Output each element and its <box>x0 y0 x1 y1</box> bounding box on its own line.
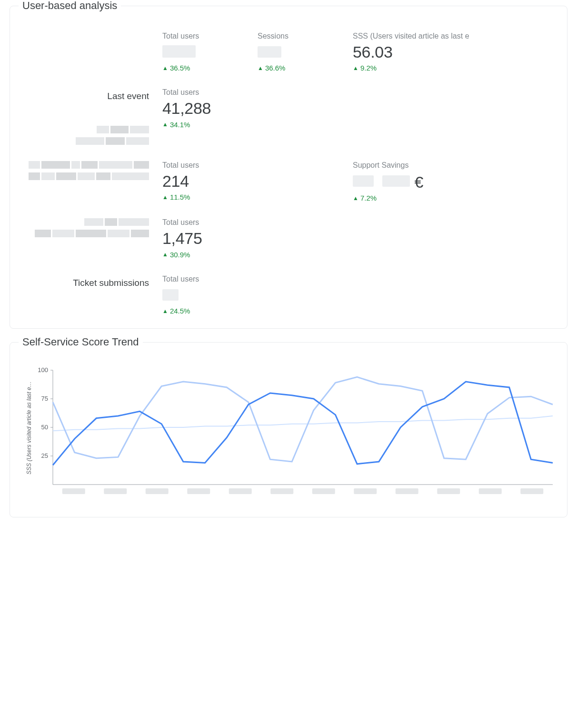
svg-text:100: 100 <box>38 366 48 374</box>
metric-value: 41,288 <box>162 100 258 117</box>
delta-value: 11.5% <box>170 193 190 201</box>
delta-value: 34.1% <box>170 121 190 129</box>
metric-value: 1,475 <box>162 230 258 247</box>
delta-value: 36.5% <box>170 64 190 72</box>
redacted-row-label <box>20 218 162 237</box>
metric-sss: SSS (Users visited article as last e 56.… <box>353 32 557 72</box>
card-title: User-based analysis <box>19 0 121 11</box>
metric-ticket-users: Total users ▲24.5% <box>162 275 258 315</box>
metric-label: SSS (Users visited article as last e <box>353 32 557 40</box>
y-axis-label: SSS (Users visited article as last e… <box>26 375 32 480</box>
metric-label: Total users <box>162 161 258 170</box>
delta-value: 36.6% <box>265 64 286 72</box>
metric-delta: ▲11.5% <box>162 193 258 201</box>
currency-symbol: € <box>414 173 423 191</box>
svg-rect-11 <box>104 488 127 494</box>
metric-sessions: Sessions ▲36.6% <box>258 32 353 72</box>
svg-text:25: 25 <box>41 452 48 459</box>
svg-rect-21 <box>520 488 543 494</box>
metric-delta: ▲34.1% <box>162 121 258 129</box>
arrow-up-icon: ▲ <box>162 65 168 71</box>
user-based-analysis-card: User-based analysis Total users ▲36.5% S… <box>10 6 567 329</box>
metric-label: Support Savings <box>353 161 557 170</box>
metric-value-redacted <box>162 286 258 304</box>
redacted-row-label <box>20 161 162 180</box>
arrow-up-icon: ▲ <box>162 308 168 314</box>
metric-label: Total users <box>162 275 258 283</box>
arrow-up-icon: ▲ <box>162 194 168 201</box>
delta-value: 9.2% <box>360 64 377 72</box>
svg-rect-12 <box>146 488 169 494</box>
card-title: Self-Service Score Trend <box>19 336 143 348</box>
svg-rect-16 <box>312 488 335 494</box>
arrow-up-icon: ▲ <box>162 251 168 258</box>
delta-value: 30.9% <box>170 251 190 259</box>
metric-214-users: Total users 214 ▲11.5% <box>162 161 258 201</box>
chart-area: SSS (Users visited article as last e… 25… <box>10 352 567 504</box>
metric-value-redacted: € <box>353 172 557 192</box>
metric-label: Total users <box>162 218 258 227</box>
delta-value: 7.2% <box>360 194 377 202</box>
arrow-up-icon: ▲ <box>353 65 358 71</box>
row-label-ticket-submissions: Ticket submissions <box>20 275 162 288</box>
svg-rect-13 <box>187 488 210 494</box>
svg-rect-20 <box>479 488 502 494</box>
metric-total-users: Total users ▲36.5% <box>162 32 258 72</box>
svg-rect-10 <box>62 488 85 494</box>
metric-last-event-users: Total users 41,288 ▲34.1% <box>162 88 258 128</box>
metric-delta: ▲24.5% <box>162 307 258 315</box>
svg-rect-17 <box>354 488 377 494</box>
svg-rect-15 <box>270 488 293 494</box>
metric-value: 56.03 <box>353 43 557 61</box>
row-label-last-event: Last event <box>20 88 162 101</box>
metric-delta: ▲36.5% <box>162 64 258 72</box>
arrow-up-icon: ▲ <box>258 65 263 71</box>
svg-rect-18 <box>396 488 418 494</box>
delta-value: 24.5% <box>170 307 190 315</box>
svg-text:50: 50 <box>41 424 48 431</box>
metric-support-savings: Support Savings € ▲7.2% <box>353 161 557 202</box>
metric-value: 214 <box>162 172 258 190</box>
arrow-up-icon: ▲ <box>162 121 168 128</box>
sss-trend-card: Self-Service Score Trend SSS (Users visi… <box>10 342 567 517</box>
metric-delta: ▲9.2% <box>353 64 557 72</box>
line-chart: 255075100 <box>20 365 557 499</box>
svg-rect-19 <box>437 488 460 494</box>
metric-value-redacted <box>162 43 258 61</box>
svg-text:75: 75 <box>41 395 48 402</box>
metric-label: Sessions <box>258 32 353 40</box>
metrics-grid: Total users ▲36.5% Sessions ▲36.6% SSS (… <box>10 16 567 315</box>
redacted-row-label <box>20 126 162 145</box>
metric-delta: ▲7.2% <box>353 194 557 202</box>
metric-delta: ▲36.6% <box>258 64 353 72</box>
metric-label: Total users <box>162 88 258 97</box>
metric-1475-users: Total users 1,475 ▲30.9% <box>162 218 258 258</box>
metric-label: Total users <box>162 32 258 40</box>
arrow-up-icon: ▲ <box>353 195 358 202</box>
svg-rect-14 <box>229 488 252 494</box>
metric-value-redacted <box>258 43 353 61</box>
metric-delta: ▲30.9% <box>162 251 258 259</box>
